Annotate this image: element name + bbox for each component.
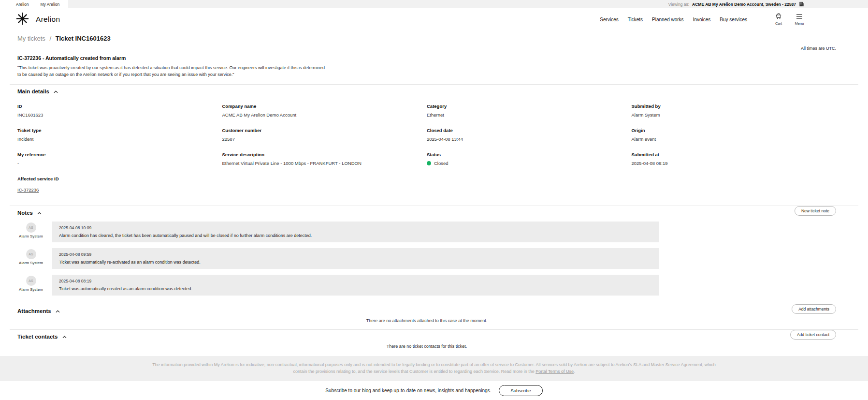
field-value: Alarm System bbox=[632, 112, 837, 118]
breadcrumb-my-tickets[interactable]: My tickets bbox=[17, 35, 45, 42]
note-text: Ticket was automatically re-activated as… bbox=[59, 260, 652, 265]
timezone-note: All times are UTC. bbox=[17, 46, 836, 51]
main-nav: Services Tickets Planned works Invoices … bbox=[600, 13, 805, 26]
status-badge: Closed bbox=[434, 161, 448, 166]
nav-invoices[interactable]: Invoices bbox=[693, 17, 711, 22]
legal-text: The information provided within My Areli… bbox=[149, 362, 719, 375]
field-label: Company name bbox=[222, 104, 427, 109]
field-value: 2025-04-08 08:19 bbox=[632, 161, 837, 166]
viewing-as-account: ACME AB My Arelion Demo Account, Sweden … bbox=[692, 2, 796, 7]
ticket-contacts-section: Ticket contacts Add ticket contact There… bbox=[17, 330, 836, 349]
field-label: Service description bbox=[222, 152, 427, 157]
add-ticket-contact-button[interactable]: Add ticket contact bbox=[790, 330, 836, 340]
ticket-contacts-heading: Ticket contacts bbox=[17, 334, 58, 340]
field-category: Category Ethernet bbox=[427, 104, 632, 118]
building-icon[interactable] bbox=[799, 1, 804, 7]
note-timestamp: 2025-04-08 08:19 bbox=[59, 279, 652, 283]
chevron-up-icon[interactable] bbox=[54, 89, 58, 93]
nav-divider bbox=[760, 13, 760, 26]
field-label: ID bbox=[17, 104, 222, 109]
arelion-star-icon bbox=[16, 12, 29, 27]
field-label: Category bbox=[427, 104, 632, 109]
field-closed-date: Closed date 2025-04-08 13:44 bbox=[427, 128, 632, 142]
chevron-up-icon[interactable] bbox=[56, 309, 60, 313]
contacts-empty-message: There are no ticket contacts for this ti… bbox=[17, 344, 836, 349]
subscribe-text: Subscribe to our blog and keep up-to-dat… bbox=[325, 388, 491, 393]
nav-tickets[interactable]: Tickets bbox=[628, 17, 643, 22]
field-ticket-type: Ticket type Incident bbox=[17, 128, 222, 142]
field-label: Closed date bbox=[427, 128, 632, 133]
details-grid: ID INC1601623 Company name ACME AB My Ar… bbox=[17, 104, 836, 193]
field-label: Submitted at bbox=[632, 152, 837, 157]
portal-terms-link[interactable]: Portal Terms of Use bbox=[535, 369, 574, 374]
page-title: Ticket INC1601623 bbox=[56, 35, 111, 42]
notes-list: AS Alarm System 2025-04-08 10:09 Alarm c… bbox=[17, 222, 836, 296]
field-company-name: Company name ACME AB My Arelion Demo Acc… bbox=[222, 104, 427, 118]
viewing-as-label: Viewing as: bbox=[668, 2, 689, 7]
cart-button[interactable]: Cart bbox=[773, 13, 784, 26]
note-author: Alarm System bbox=[19, 261, 43, 265]
chevron-up-icon[interactable] bbox=[62, 335, 67, 339]
brand-logo[interactable]: Arelion bbox=[16, 12, 60, 27]
field-value: - bbox=[17, 161, 222, 166]
new-ticket-note-button[interactable]: New ticket note bbox=[795, 206, 836, 216]
header: Arelion Services Tickets Planned works I… bbox=[0, 8, 868, 30]
viewing-as: Viewing as: ACME AB My Arelion Demo Acco… bbox=[668, 1, 804, 7]
legal-text-body: The information provided within My Areli… bbox=[152, 362, 716, 374]
brand-name: Arelion bbox=[36, 15, 60, 24]
field-label: My reference bbox=[17, 152, 222, 157]
notes-heading: Notes bbox=[17, 210, 33, 216]
nav-buy-services[interactable]: Buy services bbox=[720, 17, 747, 22]
affected-service-link[interactable]: IC-372236 bbox=[17, 187, 39, 193]
cart-label: Cart bbox=[775, 21, 782, 26]
subscribe-bar: Subscribe to our blog and keep up-to-dat… bbox=[0, 381, 868, 400]
legal-footer: The information provided within My Areli… bbox=[0, 356, 868, 381]
field-affected-service-id: Affected service ID IC-372236 bbox=[17, 176, 222, 193]
avatar: AS bbox=[26, 249, 36, 259]
note-item: AS Alarm System 2025-04-08 09:59 Ticket … bbox=[17, 248, 836, 269]
tab-my-arelion[interactable]: My Arelion bbox=[40, 2, 59, 7]
field-value: Ethernet Virtual Private Line - 1000 Mbp… bbox=[222, 161, 427, 166]
nav-services[interactable]: Services bbox=[600, 17, 618, 22]
chevron-up-icon[interactable] bbox=[37, 211, 42, 215]
cart-icon bbox=[775, 13, 782, 20]
field-value: Incident bbox=[17, 136, 222, 142]
field-value: Alarm event bbox=[632, 136, 837, 142]
ticket-description: "This ticket was proactively created by … bbox=[17, 65, 327, 78]
field-id: ID INC1601623 bbox=[17, 104, 222, 118]
field-value: 22587 bbox=[222, 136, 427, 142]
field-origin: Origin Alarm event bbox=[632, 128, 837, 142]
field-label: Ticket type bbox=[17, 128, 222, 133]
field-label: Customer number bbox=[222, 128, 427, 133]
nav-planned-works[interactable]: Planned works bbox=[652, 17, 684, 22]
field-service-description: Service description Ethernet Virtual Pri… bbox=[222, 152, 427, 166]
note-box: 2025-04-08 08:19 Ticket was automaticall… bbox=[52, 275, 659, 296]
field-value: ACME AB My Arelion Demo Account bbox=[222, 112, 427, 118]
legal-text-period: . bbox=[574, 369, 575, 374]
field-label: Affected service ID bbox=[17, 176, 222, 181]
note-item: AS Alarm System 2025-04-08 08:19 Ticket … bbox=[17, 275, 836, 296]
main-content: My tickets / Ticket INC1601623 All times… bbox=[0, 35, 868, 349]
ticket-title: IC-372236 - Automatically created from a… bbox=[17, 55, 836, 61]
note-text: Alarm condition has cleared, the ticket … bbox=[59, 233, 652, 238]
field-customer-number: Customer number 22587 bbox=[222, 128, 427, 142]
notes-section: Notes New ticket note AS Alarm System 20… bbox=[17, 206, 836, 296]
tab-arelion[interactable]: Arelion bbox=[16, 2, 29, 7]
field-value: Ethernet bbox=[427, 112, 632, 118]
note-author: Alarm System bbox=[19, 234, 43, 238]
field-label: Submitted by bbox=[632, 104, 837, 109]
avatar: AS bbox=[26, 222, 36, 233]
subscribe-button[interactable]: Subscribe bbox=[499, 385, 542, 396]
attachments-empty-message: There are no attachments attached to thi… bbox=[17, 318, 836, 323]
utility-bar: Arelion My Arelion Viewing as: ACME AB M… bbox=[0, 0, 868, 8]
breadcrumb: My tickets / Ticket INC1601623 bbox=[17, 35, 836, 42]
note-item: AS Alarm System 2025-04-08 10:09 Alarm c… bbox=[17, 222, 836, 242]
note-text: Ticket was automatically created as an a… bbox=[59, 286, 652, 291]
status-dot-icon bbox=[427, 161, 431, 165]
menu-button[interactable]: Menu bbox=[794, 14, 805, 26]
note-author: Alarm System bbox=[19, 287, 43, 292]
main-details-section: Main details ID INC1601623 Company name … bbox=[17, 85, 836, 193]
attachments-heading: Attachments bbox=[17, 308, 51, 314]
add-attachments-button[interactable]: Add attachments bbox=[792, 304, 836, 314]
ticket-detail-page: Arelion My Arelion Viewing as: ACME AB M… bbox=[0, 0, 868, 400]
